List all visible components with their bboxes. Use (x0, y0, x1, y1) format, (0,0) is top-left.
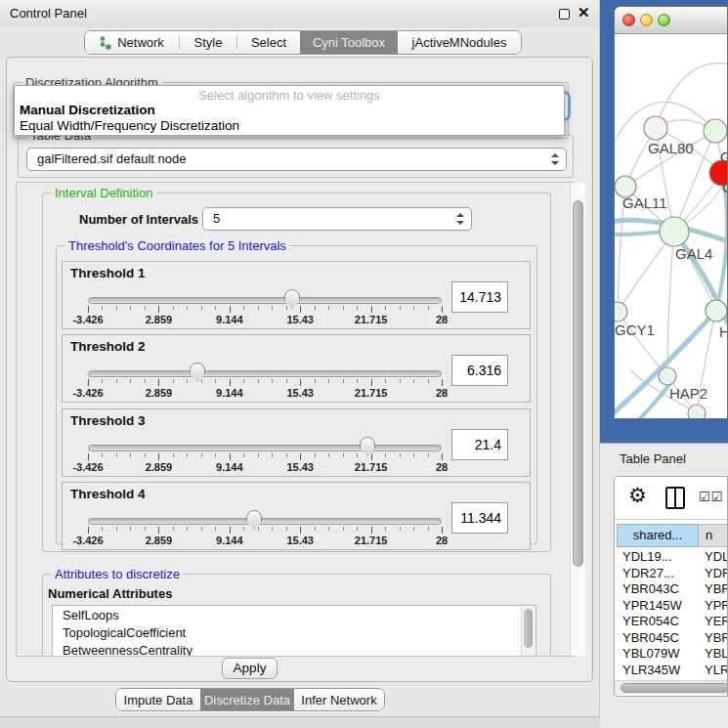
table-row[interactable]: YPR145WYPR1 (615, 598, 728, 615)
slider-tick-labels: -3.4262.8599.14415.4321.71528 (88, 535, 444, 547)
threshold-slider-track[interactable] (88, 518, 442, 525)
table-row[interactable]: YER054CYER0 (615, 614, 728, 630)
combo-arrows-icon (456, 213, 464, 225)
node-label-partial-mid: C (722, 179, 728, 195)
table-panel-title: Table Panel (620, 451, 686, 466)
table-rows: YDL19...YDL1YDR27...YDR2YBR043CYBR0YPR14… (615, 549, 728, 680)
table-panel-header: Table Panel (600, 443, 728, 476)
threshold-slider-track[interactable] (88, 370, 442, 377)
apply-button[interactable]: Apply (222, 658, 278, 679)
algorithm-option-equal-width[interactable]: Equal Width/Frequency Discretization (20, 118, 239, 133)
table-data-group: Table Data galFiltered.sif default node (18, 135, 574, 178)
minimize-traffic-light-icon[interactable] (640, 14, 653, 26)
numerical-attributes-list[interactable]: SelfLoopsTopologicalCoefficientBetweenne… (52, 605, 536, 657)
window-title: Control Panel (10, 6, 87, 21)
cell-shared-name: YBR045C (622, 630, 679, 645)
tab-impute-data[interactable]: Impute Data (116, 689, 200, 710)
node-label-gal4: GAL4 (675, 245, 712, 262)
slider-tick-labels: -3.4262.8599.14415.4321.71528 (88, 387, 444, 400)
table-row[interactable]: YDL19...YDL1 (615, 549, 728, 566)
cell-name: YPR1 (705, 598, 728, 613)
attributes-scrollbar-thumb[interactable] (524, 609, 533, 648)
settings-scroll-viewport: Interval Definition Number of Intervals … (16, 182, 575, 657)
algorithm-option-manual[interactable]: Manual Discretization (20, 103, 155, 117)
table-row[interactable]: YLR345WYLR3 (615, 663, 728, 679)
attribute-list-item[interactable]: SelfLoops (53, 606, 535, 623)
settings-vertical-scrollbar[interactable] (570, 183, 585, 656)
table-row[interactable]: YDR27...YDR2 (615, 566, 728, 582)
attributes-scrollbar[interactable] (521, 607, 535, 657)
node-pink (644, 116, 667, 140)
tab-style[interactable]: Style (180, 31, 236, 54)
algorithm-dropdown-popup: Select algorithm to view settings Manual… (14, 85, 565, 136)
attributes-group-title: Attributes to discretize (51, 567, 184, 581)
algorithm-placeholder-option[interactable]: Select algorithm to view settings (15, 88, 564, 103)
attribute-list-item[interactable]: TopologicalCoefficient (53, 623, 535, 641)
interval-definition-title: Interval Definition (51, 186, 156, 200)
slider-ticks (88, 527, 444, 535)
node-label-hap2: HAP2 (669, 385, 707, 402)
table-row[interactable]: YBR045CYBR0 (615, 630, 728, 647)
network-canvas[interactable]: GAL80 G C GAL11 GAL4 GCY1 H HAP2 (615, 34, 728, 419)
cell-shared-name: YER054C (622, 614, 679, 628)
threshold-slider-track[interactable] (88, 445, 442, 451)
threshold-label: Threshold 2 (70, 339, 146, 354)
table-hscrollbar-thumb[interactable] (621, 683, 728, 693)
gear-icon[interactable]: ⚙ (628, 484, 647, 507)
threshold-label: Threshold 4 (70, 487, 146, 501)
cell-name: YER0 (705, 614, 728, 628)
cell-shared-name: YBR043C (622, 581, 679, 596)
threshold-panel: Threshold 4-3.4262.8599.14415.4321.71528… (62, 482, 531, 550)
column-header-shared-name[interactable]: shared... (617, 524, 699, 547)
thresholds-group-title: Threshold's Coordinates for 5 Intervals (64, 238, 290, 253)
tab-network[interactable]: Network (85, 31, 179, 54)
combo-arrows-icon (551, 153, 559, 165)
table-toolbar: ⚙ ☑☑ (615, 477, 727, 520)
threshold-value-field[interactable]: 11.344 (451, 502, 508, 534)
node-label-gal11: GAL11 (622, 194, 667, 211)
tab-select[interactable]: Select (237, 31, 300, 54)
select-columns-icon[interactable]: ☑☑ (699, 490, 723, 504)
threshold-slider-track[interactable] (88, 297, 442, 304)
cell-name: YBR0 (705, 630, 728, 645)
close-traffic-light-icon[interactable] (622, 14, 635, 26)
column-header-name[interactable]: n (699, 524, 728, 547)
tab-network-label: Network (117, 35, 164, 50)
table-horizontal-scrollbar[interactable] (615, 680, 728, 695)
cell-name: YLR3 (705, 663, 728, 677)
tab-infer-network[interactable]: Infer Network (294, 689, 384, 710)
table-data-value: galFiltered.sif default node (37, 151, 186, 166)
cell-shared-name: YDR27... (622, 566, 674, 580)
control-panel-titlebar: Control Panel ✕ (0, 0, 599, 27)
slider-ticks (88, 379, 444, 387)
table-row[interactable]: YBR043CYBR0 (615, 581, 728, 598)
threshold-value-field[interactable]: 21.4 (451, 429, 508, 460)
threshold-value-field[interactable]: 14.713 (451, 281, 508, 313)
node-bottom (688, 405, 706, 419)
slider-tick-labels: -3.4262.8599.14415.4321.71528 (88, 314, 444, 326)
attribute-list-item[interactable]: BetweennessCentrality (53, 641, 535, 657)
tab-cyni-toolbox[interactable]: Cyni Toolbox (300, 31, 398, 54)
close-icon[interactable]: ✕ (578, 4, 590, 21)
network-window-titlebar (615, 7, 727, 34)
tab-discretize-data[interactable]: Discretize Data (200, 689, 294, 710)
slider-ticks (88, 453, 444, 461)
table-row[interactable]: YBL079WYBL0 (615, 646, 728, 663)
threshold-panel: Threshold 3-3.4262.8599.14415.4321.71528… (62, 408, 531, 477)
zoom-traffic-light-icon[interactable] (658, 14, 670, 26)
split-columns-icon[interactable] (665, 487, 685, 509)
node-gcy1 (615, 302, 627, 321)
cell-shared-name: YDL19... (622, 549, 672, 564)
table-data-combobox[interactable]: galFiltered.sif default node (26, 148, 567, 171)
float-window-icon[interactable] (559, 9, 570, 20)
node-label-partial-h: H (719, 323, 728, 340)
threshold-value-field[interactable]: 6.316 (451, 355, 508, 386)
screen: Control Panel ✕ Network Style (0, 0, 728, 728)
node-label-gal80: GAL80 (648, 140, 694, 156)
cell-name: YDL1 (705, 549, 728, 564)
settings-scrollbar-thumb[interactable] (573, 200, 583, 567)
threshold-panel: Threshold 2-3.4262.8599.14415.4321.71528… (62, 334, 531, 403)
network-icon (100, 35, 112, 50)
number-of-intervals-combobox[interactable]: 5 (202, 207, 472, 231)
tab-jactivemnodules[interactable]: jActiveMNodules (398, 31, 521, 54)
